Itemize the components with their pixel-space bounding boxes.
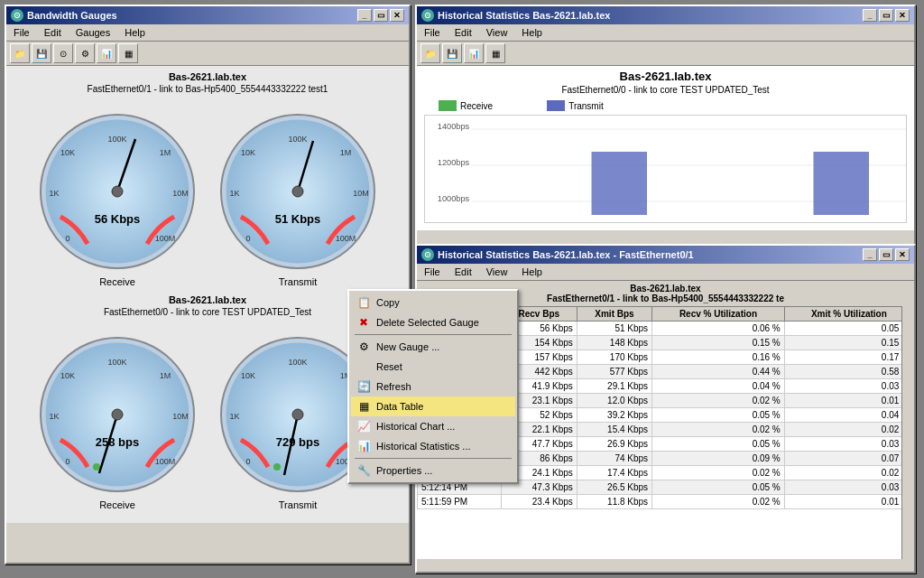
svg-text:100M: 100M: [336, 234, 356, 243]
bandwidth-title-bar[interactable]: ⊙ Bandwidth Gauges _ ▭ ✕: [6, 6, 409, 24]
svg-point-46: [273, 463, 281, 471]
ctx-sep2: [355, 458, 512, 459]
ctx-hist-stats[interactable]: 📊 Historical Statistics ...: [351, 436, 515, 456]
ctx-copy[interactable]: 📋 Copy: [351, 293, 515, 312]
svg-point-48: [292, 409, 303, 420]
toolbar-settings[interactable]: ⚙: [75, 43, 95, 63]
hist-top-tb3[interactable]: 📊: [464, 43, 484, 63]
svg-rect-56: [592, 152, 648, 215]
ctx-data-table[interactable]: ▦ Data Table: [351, 396, 515, 416]
svg-point-35: [112, 409, 123, 420]
restore-button[interactable]: ▭: [374, 9, 388, 22]
cell-value: 0.02 %: [652, 394, 785, 408]
gauge1-label: Receive: [99, 276, 135, 287]
cell-value: 29.1 Kbps: [577, 379, 651, 394]
hist-top-tb1[interactable]: 📁: [420, 43, 440, 63]
cell-value: 0.07 %: [784, 452, 913, 466]
svg-text:100K: 100K: [107, 135, 126, 144]
menu-gauges[interactable]: Gauges: [72, 26, 115, 39]
ctx-delete-label: Delete Selected Gauge: [376, 317, 479, 328]
svg-text:729 bps: 729 bps: [276, 435, 319, 449]
hist-chart-icon: 📈: [356, 419, 371, 434]
hist-bottom-menu-bar: File Edit View Help: [417, 264, 914, 281]
menu-edit[interactable]: Edit: [41, 26, 65, 39]
ctx-delete[interactable]: ✖ Delete Selected Gauge: [351, 312, 515, 332]
hist-top-icon: ⊙: [421, 9, 434, 22]
hist-top-title-bar[interactable]: ⊙ Historical Statistics Bas-2621.lab.tex…: [417, 6, 914, 24]
gauge1-svg[interactable]: 100K 1M 10M 100M 10K 1K 0: [32, 101, 203, 273]
ctx-new-gauge-label: New Gauge ...: [376, 341, 439, 352]
ctx-refresh-label: Refresh: [376, 381, 411, 392]
legend-receive: Receive: [439, 100, 493, 111]
hist-bottom-close[interactable]: ✕: [895, 248, 910, 261]
hist-top-menu-edit[interactable]: Edit: [451, 26, 476, 39]
hist-top-menu-view[interactable]: View: [483, 26, 512, 39]
hist-bottom-title-left: ⊙ Historical Statistics Bas-2621.lab.tex…: [421, 248, 694, 261]
device1-interface: FastEthernet0/1 - link to Bas-Hp5400_555…: [12, 84, 403, 94]
hist-top-restore[interactable]: ▭: [879, 9, 893, 22]
hist-top-menu-file[interactable]: File: [420, 26, 444, 39]
minimize-button[interactable]: _: [357, 9, 372, 22]
toolbar-table[interactable]: ▦: [118, 43, 138, 63]
close-button[interactable]: ✕: [390, 9, 404, 22]
cell-value: 0.16 %: [652, 350, 785, 365]
toolbar-refresh[interactable]: ⊙: [53, 43, 73, 63]
ctx-properties-label: Properties ...: [376, 465, 432, 476]
cell-value: 0.02 %: [784, 423, 913, 437]
cell-timestamp: 5:11:59 PM: [418, 495, 502, 509]
ctx-new-gauge[interactable]: ⚙ New Gauge ...: [351, 337, 515, 357]
cell-value: 0.02 %: [784, 466, 913, 480]
properties-icon: 🔧: [356, 463, 371, 478]
hist-bottom-minimize[interactable]: _: [863, 248, 877, 261]
ctx-data-table-label: Data Table: [376, 401, 423, 412]
hist-bottom-menu-view[interactable]: View: [483, 266, 512, 278]
hist-bottom-title-bar[interactable]: ⊙ Historical Statistics Bas-2621.lab.tex…: [417, 246, 914, 264]
menu-file[interactable]: File: [10, 26, 33, 39]
cell-value: 51 Kbps: [577, 322, 651, 336]
ctx-hist-chart[interactable]: 📈 Historical Chart ...: [351, 416, 515, 436]
svg-text:1M: 1M: [160, 148, 171, 157]
hist-bottom-menu-edit[interactable]: Edit: [451, 266, 476, 278]
svg-text:100K: 100K: [107, 358, 126, 367]
hist-top-tb-buttons: _ ▭ ✕: [863, 9, 910, 22]
device2-name: Bas-2621.lab.tex: [12, 294, 403, 305]
menu-help[interactable]: Help: [121, 26, 149, 39]
cell-value: 15.4 Kbps: [577, 423, 651, 437]
toolbar-save[interactable]: 💾: [32, 43, 51, 63]
ctx-reset[interactable]: Reset: [351, 357, 515, 377]
hist-bottom-tb-buttons: _ ▭ ✕: [863, 248, 910, 261]
svg-text:1000bps: 1000bps: [438, 194, 470, 203]
hist-bottom-restore[interactable]: ▭: [879, 248, 893, 261]
ctx-reset-label: Reset: [376, 361, 402, 372]
svg-text:10K: 10K: [60, 371, 75, 380]
hist-top-close[interactable]: ✕: [895, 9, 910, 22]
hist-bottom-title: Historical Statistics Bas-2621.lab.tex -…: [438, 249, 694, 260]
hist-top-title-left: ⊙ Historical Statistics Bas-2621.lab.tex: [421, 9, 610, 22]
hist-bottom-menu-help[interactable]: Help: [518, 266, 546, 278]
title-bar-buttons: _ ▭ ✕: [357, 9, 404, 22]
vertical-scrollbar[interactable]: [901, 306, 914, 559]
toolbar-chart[interactable]: 📊: [97, 43, 116, 63]
hist-top-chart[interactable]: 1400bps 1200bps 1000bps: [424, 115, 907, 223]
device2-interface: FastEthernet0/0 - link to core TEST UPDA…: [12, 307, 403, 317]
hist-bottom-menu-file[interactable]: File: [420, 266, 444, 278]
cell-value: 0.03 %: [784, 379, 913, 394]
ctx-properties[interactable]: 🔧 Properties ...: [351, 461, 515, 480]
legend-transmit: Transmit: [547, 100, 604, 111]
cell-value: 0.05 %: [652, 480, 785, 495]
refresh-icon: 🔄: [356, 379, 371, 394]
ctx-refresh[interactable]: 🔄 Refresh: [351, 377, 515, 396]
cell-value: 577 Kbps: [577, 365, 651, 379]
toolbar-open[interactable]: 📁: [10, 43, 30, 63]
gauge2-svg[interactable]: 100K 1M 10M 100M 10K 1K 0 51 Kbps: [212, 101, 383, 273]
hist-top-menu-help[interactable]: Help: [518, 26, 546, 39]
cell-value: 0.01 %: [784, 394, 913, 408]
gauge3-svg[interactable]: 100K 1M 10M 100M 10K 1K 0 258 bps: [32, 324, 203, 496]
gauge-row-1: 100K 1M 10M 100M 10K 1K 0: [12, 101, 403, 287]
hist-top-tb4[interactable]: ▦: [485, 43, 505, 63]
hist-top-minimize[interactable]: _: [863, 9, 877, 22]
cell-value: 0.03 %: [784, 480, 913, 495]
cell-value: 0.05 %: [652, 408, 785, 423]
hist-top-tb2[interactable]: 💾: [442, 43, 462, 63]
svg-text:10K: 10K: [241, 371, 255, 380]
